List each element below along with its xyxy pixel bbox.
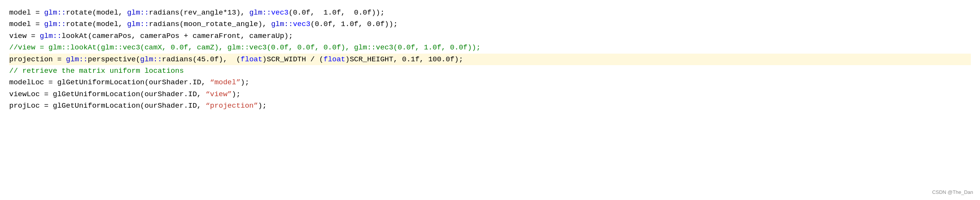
token: (0.0f, 1.0f, 0.0f)); [289,8,385,17]
token: rotate(model, [66,8,127,17]
token: glm:: [127,8,149,17]
token: projLoc = glGetUniformLocation(ourShader… [9,102,206,110]
token: modelLoc = glGetUniformLocation(ourShade… [9,78,210,87]
token: ); [258,102,267,110]
code-line-2: model = glm::rotate(model, glm::radians(… [9,18,971,30]
code-line-3: view = glm::lookAt(cameraPos, cameraPos … [9,30,971,42]
token: ); [240,78,249,87]
token: “model” [210,78,241,87]
code-line-8: viewLoc = glGetUniformLocation(ourShader… [9,89,971,100]
code-line-4: //view = glm::lookAt(glm::vec3(camX, 0.0… [9,42,971,53]
code-line-1: model = glm::rotate(model, glm::radians(… [9,7,971,18]
token: glm:: [66,55,88,64]
token: float [240,55,262,64]
code-line-9: projLoc = glGetUniformLocation(ourShader… [9,100,971,111]
token: “view” [206,90,232,98]
token: radians(45.0f), ( [162,55,240,64]
code-block: model = glm::rotate(model, glm::radians(… [0,0,980,200]
token: float [323,55,345,64]
token: ); [232,90,241,98]
code-line-7: modelLoc = glGetUniformLocation(ourShade… [9,77,971,88]
token: //view = glm::lookAt(glm::vec3(camX, 0.0… [9,43,480,52]
token: )SCR_WIDTH / ( [262,55,323,64]
token: // retrieve the matrix uniform locations [9,67,184,75]
token: glm:: [40,32,62,40]
token: perspective( [88,55,140,64]
token: glm:: [271,20,293,28]
token: vec3 [271,8,289,17]
token: glm:: [127,20,149,28]
token: glm:: [140,55,162,64]
code-line-6: // retrieve the matrix uniform locations [9,65,971,77]
code-line-5: projection = glm::perspective(glm::radia… [9,54,971,65]
token: vec3 [293,20,310,28]
token: glm:: [249,8,271,17]
token: (0.0f, 1.0f, 0.0f)); [310,20,398,28]
token: viewLoc = glGetUniformLocation(ourShader… [9,90,206,98]
token: rotate(model, [66,20,127,28]
token: radians(moon_rotate_angle), [149,20,271,28]
token: model = [9,8,44,17]
token: glm:: [44,20,66,28]
token: )SCR_HEIGHT, 0.1f, 100.0f); [345,55,463,64]
token: glm:: [44,8,66,17]
token: “projection” [206,102,258,110]
token: projection = [9,55,66,64]
token: model = [9,20,44,28]
token: radians(rev_angle*13), [149,8,249,17]
token: lookAt(cameraPos, cameraPos + cameraFron… [62,32,293,40]
token: view = [9,32,40,40]
watermark: CSDN @The_Dan [932,189,973,196]
